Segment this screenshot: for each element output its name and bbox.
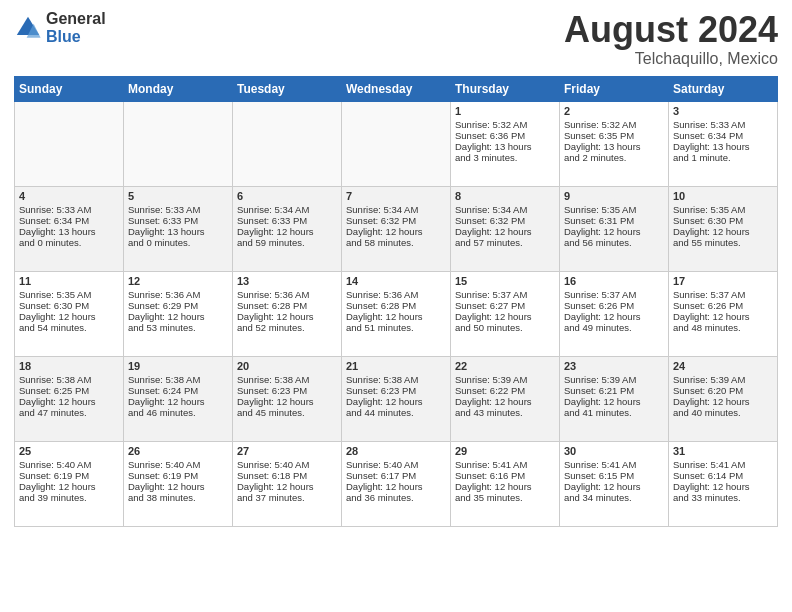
day-info: Sunset: 6:31 PM — [564, 215, 664, 226]
calendar-day: 29Sunrise: 5:41 AMSunset: 6:16 PMDayligh… — [451, 441, 560, 526]
calendar-week-3: 11Sunrise: 5:35 AMSunset: 6:30 PMDayligh… — [15, 271, 778, 356]
day-info: Sunset: 6:24 PM — [128, 385, 228, 396]
day-info: and 48 minutes. — [673, 322, 773, 333]
day-number: 14 — [346, 275, 446, 287]
day-info: and 59 minutes. — [237, 237, 337, 248]
day-info: Sunrise: 5:40 AM — [237, 459, 337, 470]
logo-general: General — [46, 10, 106, 28]
day-info: Sunset: 6:19 PM — [19, 470, 119, 481]
logo-blue: Blue — [46, 28, 106, 46]
day-info: Sunset: 6:33 PM — [237, 215, 337, 226]
day-info: Daylight: 12 hours — [128, 481, 228, 492]
day-info: and 53 minutes. — [128, 322, 228, 333]
day-info: and 52 minutes. — [237, 322, 337, 333]
day-info: and 37 minutes. — [237, 492, 337, 503]
logo-text: General Blue — [46, 10, 106, 45]
day-number: 13 — [237, 275, 337, 287]
day-info: Sunrise: 5:39 AM — [673, 374, 773, 385]
day-info: Sunset: 6:22 PM — [455, 385, 555, 396]
calendar-day: 20Sunrise: 5:38 AMSunset: 6:23 PMDayligh… — [233, 356, 342, 441]
calendar-day: 3Sunrise: 5:33 AMSunset: 6:34 PMDaylight… — [669, 101, 778, 186]
day-info: and 47 minutes. — [19, 407, 119, 418]
page-header: General Blue August 2024 Telchaquillo, M… — [14, 10, 778, 68]
calendar-day — [124, 101, 233, 186]
calendar-day: 12Sunrise: 5:36 AMSunset: 6:29 PMDayligh… — [124, 271, 233, 356]
day-info: and 3 minutes. — [455, 152, 555, 163]
day-info: Daylight: 13 hours — [128, 226, 228, 237]
day-number: 5 — [128, 190, 228, 202]
day-info: Daylight: 12 hours — [455, 481, 555, 492]
calendar-week-1: 1Sunrise: 5:32 AMSunset: 6:36 PMDaylight… — [15, 101, 778, 186]
day-info: Daylight: 12 hours — [128, 396, 228, 407]
day-number: 17 — [673, 275, 773, 287]
day-info: and 55 minutes. — [673, 237, 773, 248]
day-info: Sunset: 6:32 PM — [455, 215, 555, 226]
day-number: 3 — [673, 105, 773, 117]
day-number: 28 — [346, 445, 446, 457]
day-info: and 45 minutes. — [237, 407, 337, 418]
day-number: 25 — [19, 445, 119, 457]
calendar-day: 5Sunrise: 5:33 AMSunset: 6:33 PMDaylight… — [124, 186, 233, 271]
day-info: Sunset: 6:26 PM — [564, 300, 664, 311]
day-info: and 50 minutes. — [455, 322, 555, 333]
day-number: 9 — [564, 190, 664, 202]
calendar-day: 7Sunrise: 5:34 AMSunset: 6:32 PMDaylight… — [342, 186, 451, 271]
calendar-day: 8Sunrise: 5:34 AMSunset: 6:32 PMDaylight… — [451, 186, 560, 271]
day-info: Sunrise: 5:38 AM — [346, 374, 446, 385]
day-number: 31 — [673, 445, 773, 457]
calendar-day: 21Sunrise: 5:38 AMSunset: 6:23 PMDayligh… — [342, 356, 451, 441]
day-info: Daylight: 12 hours — [19, 311, 119, 322]
day-info: Daylight: 12 hours — [564, 481, 664, 492]
month-title: August 2024 — [564, 10, 778, 50]
day-info: Daylight: 12 hours — [455, 226, 555, 237]
day-info: Sunrise: 5:32 AM — [564, 119, 664, 130]
day-info: Sunrise: 5:38 AM — [19, 374, 119, 385]
day-number: 22 — [455, 360, 555, 372]
day-info: Sunrise: 5:33 AM — [673, 119, 773, 130]
calendar-day: 16Sunrise: 5:37 AMSunset: 6:26 PMDayligh… — [560, 271, 669, 356]
day-info: Sunrise: 5:32 AM — [455, 119, 555, 130]
day-info: Sunset: 6:27 PM — [455, 300, 555, 311]
day-info: Daylight: 12 hours — [19, 396, 119, 407]
day-info: Sunrise: 5:41 AM — [564, 459, 664, 470]
calendar-day: 15Sunrise: 5:37 AMSunset: 6:27 PMDayligh… — [451, 271, 560, 356]
day-info: Sunrise: 5:38 AM — [237, 374, 337, 385]
day-number: 11 — [19, 275, 119, 287]
calendar-day — [342, 101, 451, 186]
day-info: Sunset: 6:18 PM — [237, 470, 337, 481]
calendar-day: 23Sunrise: 5:39 AMSunset: 6:21 PMDayligh… — [560, 356, 669, 441]
calendar-header-thursday: Thursday — [451, 76, 560, 101]
calendar-day: 26Sunrise: 5:40 AMSunset: 6:19 PMDayligh… — [124, 441, 233, 526]
calendar-day: 4Sunrise: 5:33 AMSunset: 6:34 PMDaylight… — [15, 186, 124, 271]
calendar-day: 1Sunrise: 5:32 AMSunset: 6:36 PMDaylight… — [451, 101, 560, 186]
calendar-day: 22Sunrise: 5:39 AMSunset: 6:22 PMDayligh… — [451, 356, 560, 441]
day-info: and 39 minutes. — [19, 492, 119, 503]
day-info: and 2 minutes. — [564, 152, 664, 163]
day-number: 12 — [128, 275, 228, 287]
day-info: Sunset: 6:16 PM — [455, 470, 555, 481]
day-info: Sunrise: 5:41 AM — [673, 459, 773, 470]
calendar-header-friday: Friday — [560, 76, 669, 101]
day-info: Sunrise: 5:39 AM — [455, 374, 555, 385]
calendar-week-4: 18Sunrise: 5:38 AMSunset: 6:25 PMDayligh… — [15, 356, 778, 441]
day-info: Sunset: 6:30 PM — [673, 215, 773, 226]
day-info: Sunset: 6:34 PM — [19, 215, 119, 226]
day-info: Daylight: 12 hours — [128, 311, 228, 322]
calendar-day — [233, 101, 342, 186]
day-info: Sunset: 6:30 PM — [19, 300, 119, 311]
day-number: 29 — [455, 445, 555, 457]
day-number: 15 — [455, 275, 555, 287]
day-info: Sunrise: 5:40 AM — [19, 459, 119, 470]
day-number: 10 — [673, 190, 773, 202]
day-info: Daylight: 12 hours — [455, 396, 555, 407]
day-info: Sunrise: 5:39 AM — [564, 374, 664, 385]
day-info: and 51 minutes. — [346, 322, 446, 333]
day-info: Sunrise: 5:40 AM — [346, 459, 446, 470]
calendar-day — [15, 101, 124, 186]
day-info: Sunset: 6:14 PM — [673, 470, 773, 481]
calendar-week-2: 4Sunrise: 5:33 AMSunset: 6:34 PMDaylight… — [15, 186, 778, 271]
calendar-day: 14Sunrise: 5:36 AMSunset: 6:28 PMDayligh… — [342, 271, 451, 356]
day-info: Sunrise: 5:36 AM — [346, 289, 446, 300]
logo: General Blue — [14, 10, 106, 45]
location: Telchaquillo, Mexico — [564, 50, 778, 68]
